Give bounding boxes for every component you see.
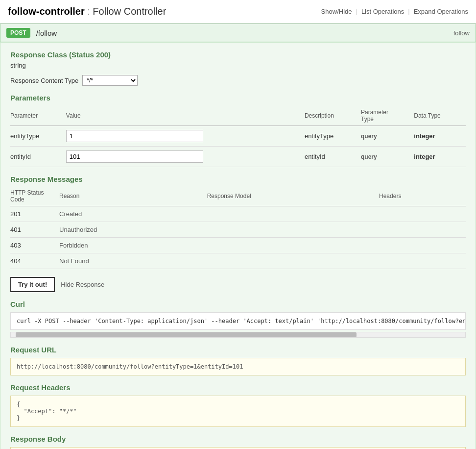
headers-1 — [379, 222, 466, 238]
title-separator: : — [85, 6, 93, 17]
param-type-0: query — [361, 126, 414, 147]
headers-2 — [379, 238, 466, 253]
response-model-1 — [207, 222, 379, 238]
endpoint-bar: POST /follow follow — [0, 24, 476, 42]
curl-scrollbar[interactable] — [10, 332, 466, 338]
main-section: Response Class (Status 200) string Respo… — [0, 42, 476, 449]
response-message-row-2: 403 Forbidden — [10, 238, 466, 253]
curl-content: curl -X POST --header 'Content-Type: app… — [10, 312, 466, 330]
reason-3: Not Found — [59, 253, 207, 269]
endpoint-path: /follow — [36, 29, 448, 37]
reason-1: Unauthorized — [59, 222, 207, 238]
param-value-cell-0 — [66, 126, 305, 147]
response-message-row-1: 401 Unauthorized — [10, 222, 466, 238]
rm-col-model: Response Model — [207, 187, 379, 206]
response-content-type-select[interactable]: */* application/json text/plain — [82, 75, 138, 86]
headers-0 — [379, 206, 466, 222]
headers-3 — [379, 253, 466, 269]
curl-scrollbar-thumb[interactable] — [16, 332, 357, 337]
method-badge: POST — [6, 28, 30, 38]
param-col-datatype: Data Type — [414, 107, 466, 126]
try-it-out-button[interactable]: Try it out! — [10, 277, 55, 292]
response-messages-title: Response Messages — [10, 175, 466, 183]
request-url-title: Request URL — [10, 346, 466, 354]
response-body-content: {"msg":"已关注!","code":0} — [10, 447, 466, 449]
params-row-0: entityType entityType query integer — [10, 126, 466, 147]
status-code-0: 201 — [10, 206, 59, 222]
param-col-description: Description — [305, 107, 361, 126]
page-header: follow-controller : Follow Controller Sh… — [0, 0, 476, 24]
header-nav: Show/Hide | List Operations | Expand Ope… — [321, 8, 468, 15]
param-datatype-0: integer — [414, 126, 466, 147]
response-class-type: string — [10, 62, 466, 69]
list-operations-link[interactable]: List Operations — [361, 8, 404, 15]
actions-row: Try it out! Hide Response — [10, 277, 466, 292]
status-code-1: 401 — [10, 222, 59, 238]
request-headers-title: Request Headers — [10, 383, 466, 392]
param-desc-0: entityType — [305, 126, 361, 147]
param-value-cell-1 — [66, 147, 305, 167]
param-col-value: Value — [66, 107, 305, 126]
response-class-title: Response Class (Status 200) — [10, 50, 466, 59]
request-url-content: http://localhost:8080/community/follow?e… — [10, 358, 466, 375]
response-message-row-0: 201 Created — [10, 206, 466, 222]
param-desc-1: entityId — [305, 147, 361, 167]
reason-2: Forbidden — [59, 238, 207, 253]
response-body-title: Response Body — [10, 435, 466, 443]
parameters-table: Parameter Value Description ParameterTyp… — [10, 107, 466, 167]
param-col-type: ParameterType — [361, 107, 414, 126]
param-datatype-1: integer — [414, 147, 466, 167]
param-name-0: entityType — [10, 126, 66, 147]
response-model-0 — [207, 206, 379, 222]
expand-operations-link[interactable]: Expand Operations — [414, 8, 468, 15]
response-model-2 — [207, 238, 379, 253]
rm-col-code: HTTP Status Code — [10, 187, 59, 206]
params-row-1: entityId entityId query integer — [10, 147, 466, 167]
controller-name: Follow Controller — [93, 6, 166, 17]
status-code-2: 403 — [10, 238, 59, 253]
response-messages-header-row: HTTP Status Code Reason Response Model H… — [10, 187, 466, 206]
response-content-type-row: Response Content Type */* application/js… — [10, 75, 466, 86]
endpoint-tag: follow — [453, 29, 470, 37]
parameters-title: Parameters — [10, 94, 466, 102]
controller-id: follow-controller — [8, 6, 85, 17]
response-model-3 — [207, 253, 379, 269]
param-value-input-1[interactable] — [66, 150, 203, 163]
param-name-1: entityId — [10, 147, 66, 167]
param-value-input-0[interactable] — [66, 130, 203, 142]
rm-col-reason: Reason — [59, 187, 207, 206]
show-hide-link[interactable]: Show/Hide — [321, 8, 352, 15]
curl-title: Curl — [10, 300, 466, 308]
hide-response-link[interactable]: Hide Response — [61, 281, 104, 288]
response-messages-table: HTTP Status Code Reason Response Model H… — [10, 187, 466, 269]
response-content-type-label: Response Content Type — [10, 77, 78, 84]
controller-title: follow-controller : Follow Controller — [8, 6, 166, 17]
nav-divider-2: | — [408, 8, 409, 15]
param-type-1: query — [361, 147, 414, 167]
reason-0: Created — [59, 206, 207, 222]
params-header-row: Parameter Value Description ParameterTyp… — [10, 107, 466, 126]
param-col-parameter: Parameter — [10, 107, 66, 126]
rm-col-headers: Headers — [379, 187, 466, 206]
nav-divider-1: | — [356, 8, 357, 15]
response-message-row-3: 404 Not Found — [10, 253, 466, 269]
request-headers-content: { "Accept": "*/*" } — [10, 396, 466, 427]
status-code-3: 404 — [10, 253, 59, 269]
